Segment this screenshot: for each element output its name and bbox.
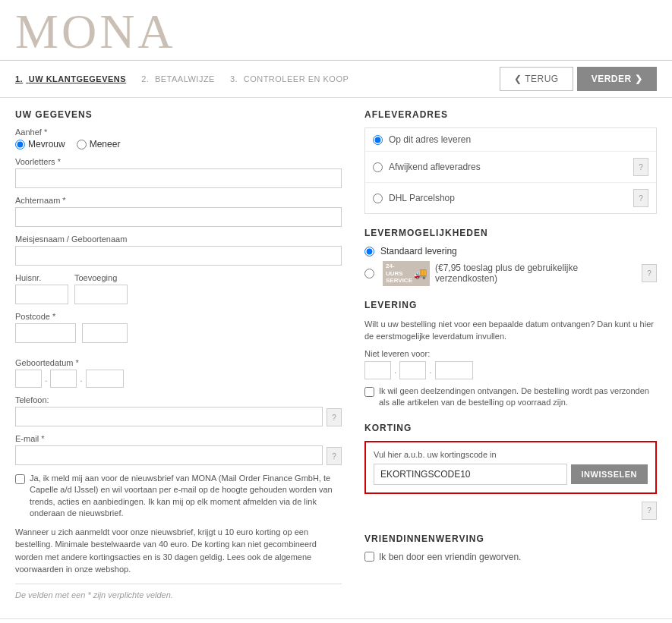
postcode-row: [15, 323, 342, 351]
nav-buttons-top: ❮ TERUG VERDER ❯: [500, 67, 657, 91]
service-badge: 24- UURS SERVICE 🚚: [383, 261, 430, 286]
brand-logo: MONA: [15, 8, 657, 56]
email-field: E-mail * ?: [15, 434, 342, 465]
radio-meneer[interactable]: Meneer: [77, 139, 121, 149]
newsletter-info-text: Wanneer u zich aanmeldt voor onze nieuws…: [15, 526, 342, 576]
email-label: E-mail *: [15, 434, 342, 443]
voorletters-field: Voorletters *: [15, 157, 342, 188]
bottom-bar: ❮ TERUG VERDER ❯: [0, 618, 672, 623]
newsletter-checkbox-row: Ja, ik meld mij aan voor de nieuwsbrief …: [15, 473, 342, 520]
right-column: AFLEVERADRES Op dit adres leveren Afwijk…: [364, 109, 657, 599]
levering-title: LEVERING: [364, 300, 657, 310]
levering-mm[interactable]: MM: [399, 361, 426, 379]
huisnr-toevoeging-row: Huisnr. Toevoeging: [15, 273, 342, 312]
korting-title: KORTING: [364, 423, 657, 433]
achternaam-field: Achternaam *: [15, 196, 342, 227]
aanhef-field: Aanhef * Mevrouw Meneer: [15, 127, 342, 149]
korting-section: KORTING Vul hier a.u.b. uw kortingscode …: [364, 423, 657, 520]
korting-box: Vul hier a.u.b. uw kortingscode in INWIS…: [364, 441, 657, 494]
levermogelijkheden-section: LEVERMOGELIJKHEDEN Standaard levering 24…: [364, 228, 657, 286]
steps-navigation: 1. UW KLANTGEGEVENS 2. BETAALWIJZE 3. CO…: [0, 61, 672, 98]
terug-button-top[interactable]: ❮ TERUG: [500, 67, 573, 91]
deelzending-text: Ik wil geen deelzendingen ontvangen. De …: [379, 385, 657, 409]
korting-input-row: INWISSELEN: [374, 464, 648, 485]
option-afwijkend[interactable]: Afwijkend afleveradres ?: [365, 152, 656, 183]
achternaam-input[interactable]: [15, 207, 342, 227]
postcode-numbers-input[interactable]: [15, 323, 76, 343]
korting-help-button[interactable]: ?: [642, 502, 657, 520]
newsletter-checkbox[interactable]: [15, 474, 25, 484]
uw-gegevens-title: UW GEGEVENS: [15, 109, 342, 120]
postcode-field: Postcode *: [15, 312, 342, 351]
inwisselen-button[interactable]: INWISSELEN: [571, 464, 648, 484]
geboortedatum-inputs: DD . MM . YYYY: [15, 370, 342, 388]
left-column: UW GEGEVENS Aanhef * Mevrouw Meneer Voor…: [15, 109, 342, 599]
vriendin-checkbox-row: Ik ben door een vriendin geworven.: [364, 552, 657, 562]
aanhef-label: Aanhef *: [15, 127, 342, 137]
option-24uur[interactable]: 24- UURS SERVICE 🚚 (€7,95 toeslag plus d…: [364, 261, 657, 286]
levermogelijkheden-title: LEVERMOGELIJKHEDEN: [364, 228, 657, 238]
toevoeging-label: Toevoeging: [74, 273, 128, 282]
newsletter-check-text: Ja, ik meld mij aan voor de nieuwsbrief …: [30, 473, 342, 520]
telefoon-label: Telefoon:: [15, 395, 342, 404]
vriendin-checkbox[interactable]: [364, 552, 374, 562]
telefoon-input[interactable]: [15, 407, 323, 426]
toevoeging-input[interactable]: [74, 285, 128, 304]
main-content: UW GEGEVENS Aanhef * Mevrouw Meneer Voor…: [0, 98, 672, 611]
step-1[interactable]: 1. UW KLANTGEGEVENS: [15, 74, 126, 83]
levering-date-inputs: DD . MM . YYYY: [364, 361, 657, 379]
divider-left: [15, 584, 342, 584]
postcode-letters-input[interactable]: [82, 323, 128, 343]
verder-button-top[interactable]: VERDER ❯: [577, 67, 657, 91]
levering-yyyy[interactable]: YYYY: [435, 361, 473, 379]
vriendin-check-label: Ik ben door een vriendin geworven.: [379, 552, 521, 562]
step-2[interactable]: 2. BETAALWIJZE: [141, 74, 215, 83]
huisnr-label: Huisnr.: [15, 273, 68, 282]
niet-leveren-label: Niet leveren voor:: [364, 349, 657, 358]
voorletters-input[interactable]: [15, 168, 342, 188]
delivery-options: Op dit adres leveren Afwijkend afleverad…: [364, 127, 657, 214]
huisnr-input[interactable]: [15, 285, 68, 304]
meisjesnaam-field: Meisjesnaam / Geboortenaam: [15, 234, 342, 266]
step-3[interactable]: 3. CONTROLEER EN KOOP: [230, 74, 349, 83]
postcode-label: Postcode *: [15, 312, 342, 321]
korting-input[interactable]: [374, 464, 567, 485]
aanhef-radio-group: Mevrouw Meneer: [15, 139, 342, 149]
afleveradres-title: AFLEVERADRES: [364, 109, 657, 120]
option-op-dit-adres[interactable]: Op dit adres leveren: [365, 128, 656, 152]
option-dhl[interactable]: DHL Parcelshop ?: [365, 183, 656, 213]
telefoon-field: Telefoon: ?: [15, 395, 342, 426]
korting-placeholder-label: Vul hier a.u.b. uw kortingscode in: [374, 450, 648, 459]
afleveradres-section: AFLEVERADRES Op dit adres leveren Afwijk…: [364, 109, 657, 214]
vriendin-section: VRIENDINNENWERVING Ik ben door een vrien…: [364, 533, 657, 562]
voorletters-label: Voorletters *: [15, 157, 342, 166]
deelzending-checkbox-row: Ik wil geen deelzendingen ontvangen. De …: [364, 385, 657, 409]
levering-section: LEVERING Wilt u uw bestelling niet voor …: [364, 300, 657, 409]
toevoeging-field: Toevoeging: [74, 273, 128, 304]
levering-dd[interactable]: DD: [364, 361, 391, 379]
meisjesnaam-input[interactable]: [15, 246, 342, 266]
afwijkend-help-button[interactable]: ?: [633, 158, 648, 176]
levering-description: Wilt u uw bestelling niet voor een bepaa…: [364, 318, 657, 343]
huisnr-field: Huisnr.: [15, 273, 68, 304]
email-input[interactable]: [15, 445, 323, 465]
meisjesnaam-label: Meisjesnaam / Geboortenaam: [15, 234, 342, 244]
achternaam-label: Achternaam *: [15, 196, 342, 205]
deelzending-checkbox[interactable]: [364, 387, 374, 397]
geboortedatum-dd[interactable]: DD: [15, 370, 42, 388]
levering-options: Standaard levering 24- UURS SERVICE 🚚: [364, 246, 657, 286]
vriendin-title: VRIENDINNENWERVING: [364, 533, 657, 544]
uur24-help-button[interactable]: ?: [642, 264, 657, 282]
geboortedatum-mm[interactable]: MM: [50, 370, 77, 388]
option-standaard[interactable]: Standaard levering: [364, 246, 657, 256]
geboortedatum-label: Geboortedatum *: [15, 358, 342, 367]
required-note: De velden met een * zijn verplichte veld…: [15, 590, 342, 599]
radio-mevrouw[interactable]: Mevrouw: [15, 139, 65, 149]
logo-area: MONA: [0, 0, 672, 61]
telefoon-help-button[interactable]: ?: [327, 408, 342, 426]
email-help-button[interactable]: ?: [327, 447, 342, 465]
geboortedatum-yyyy[interactable]: YYYY: [86, 370, 124, 388]
dhl-help-button[interactable]: ?: [633, 189, 648, 207]
geboortedatum-field: Geboortedatum * DD . MM . YYYY: [15, 358, 342, 388]
